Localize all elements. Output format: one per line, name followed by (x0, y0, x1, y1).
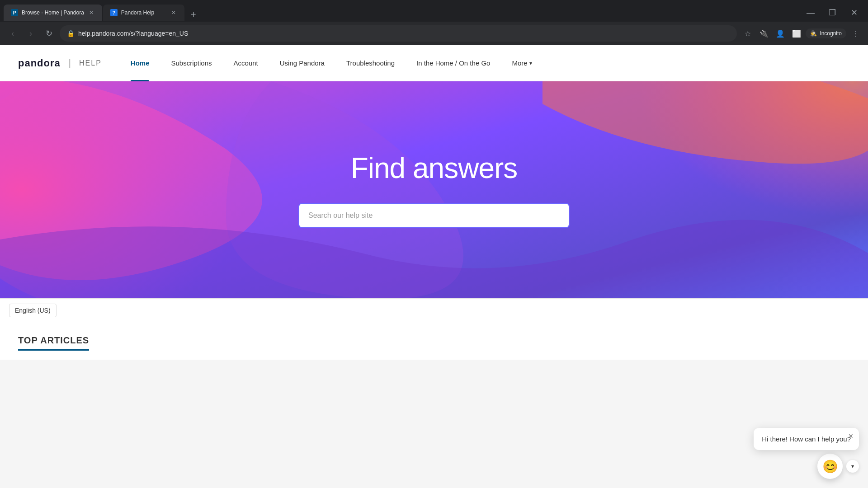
nav-item-using-pandora[interactable]: Using Pandora (269, 45, 335, 81)
logo-help-text: HELP (79, 59, 102, 67)
nav-item-account[interactable]: Account (223, 45, 269, 81)
chat-bubble-text: Hi there! How can I help you? (762, 435, 851, 443)
reload-button[interactable]: ↻ (42, 26, 56, 41)
nav-label-more: More (512, 59, 527, 67)
tab-label-help: Pandora Help (121, 9, 166, 16)
hero-title: Find answers (351, 151, 518, 185)
address-bar[interactable]: 🔒 help.pandora.com/s/?language=en_US (60, 25, 737, 42)
incognito-badge: 🕵 Incognito (806, 28, 846, 38)
chat-button-row: 😊 ▾ (817, 454, 859, 479)
incognito-label: Incognito (820, 30, 842, 37)
nav-label-troubleshooting: Troubleshooting (346, 59, 395, 67)
extensions-button[interactable]: 🔌 (757, 26, 771, 41)
site-nav: Home Subscriptions Account Using Pandora… (120, 45, 850, 81)
profile-button[interactable]: 👤 (773, 26, 788, 41)
nav-item-home[interactable]: Home (120, 45, 160, 81)
nav-item-troubleshooting[interactable]: Troubleshooting (335, 45, 406, 81)
chat-widget: ✕ Hi there! How can I help you? 😊 ▾ (754, 428, 859, 479)
site-header: pandora | HELP Home Subscriptions Accoun… (0, 45, 868, 81)
hero-content: Find answers (0, 151, 868, 228)
browser-chrome: P Browse - Home | Pandora ✕ ? Pandora He… (0, 0, 868, 45)
minimize-button[interactable]: — (800, 5, 821, 21)
browser-tab-help[interactable]: ? Pandora Help ✕ (103, 5, 184, 21)
chat-bubble: ✕ Hi there! How can I help you? (754, 428, 859, 450)
tab-favicon-pandora: P (11, 9, 18, 16)
maximize-button[interactable]: ❐ (822, 5, 843, 21)
menu-button[interactable]: ⋮ (848, 26, 863, 41)
nav-item-in-the-home[interactable]: In the Home / On the Go (406, 45, 501, 81)
browser-tab-pandora[interactable]: P Browse - Home | Pandora ✕ (4, 5, 102, 21)
chat-avatar-button[interactable]: 😊 (817, 454, 843, 479)
close-button[interactable]: ✕ (844, 5, 864, 21)
logo-pandora-text: pandora (18, 57, 61, 69)
language-selector[interactable]: English (US) (9, 304, 57, 317)
nav-label-account: Account (234, 59, 258, 67)
top-articles-title: TOP ARTICLES (18, 335, 89, 351)
chat-expand-button[interactable]: ▾ (846, 460, 859, 473)
toolbar-right: ☆ 🔌 👤 ⬜ 🕵 Incognito ⋮ (741, 26, 863, 41)
nav-label-in-the-home: In the Home / On the Go (416, 59, 490, 67)
bookmark-button[interactable]: ☆ (741, 26, 755, 41)
search-container (298, 203, 570, 228)
tab-label-pandora: Browse - Home | Pandora (22, 9, 84, 16)
chevron-down-icon: ▾ (529, 60, 532, 66)
search-input[interactable] (298, 203, 570, 228)
nav-label-using-pandora: Using Pandora (280, 59, 325, 67)
tab-close-pandora[interactable]: ✕ (88, 9, 95, 16)
nav-label-home: Home (131, 59, 150, 67)
site-logo[interactable]: pandora | HELP (18, 57, 102, 69)
footer-bar: English (US) (0, 298, 868, 322)
chevron-down-icon: ▾ (851, 463, 854, 469)
new-tab-button[interactable]: + (187, 8, 200, 21)
nav-item-subscriptions[interactable]: Subscriptions (160, 45, 222, 81)
window-controls: — ❐ ✕ (800, 5, 868, 21)
browser-toolbar: ‹ › ↻ 🔒 help.pandora.com/s/?language=en_… (0, 22, 868, 45)
hero-section: Find answers (0, 81, 868, 298)
top-articles-section: TOP ARTICLES (0, 322, 868, 360)
nav-label-subscriptions: Subscriptions (171, 59, 212, 67)
split-view-button[interactable]: ⬜ (789, 26, 804, 41)
browser-tabs: P Browse - Home | Pandora ✕ ? Pandora He… (0, 5, 800, 21)
browser-titlebar: P Browse - Home | Pandora ✕ ? Pandora He… (0, 0, 868, 22)
chat-close-button[interactable]: ✕ (846, 432, 855, 441)
address-url: help.pandora.com/s/?language=en_US (78, 30, 730, 37)
language-label: English (US) (15, 307, 51, 314)
tab-close-help[interactable]: ✕ (170, 9, 177, 16)
nav-item-more[interactable]: More ▾ (501, 45, 542, 81)
lock-icon: 🔒 (67, 30, 75, 37)
forward-button[interactable]: › (24, 26, 38, 41)
back-button[interactable]: ‹ (5, 26, 20, 41)
page-content: pandora | HELP Home Subscriptions Accoun… (0, 45, 868, 360)
chat-avatar-icon: 😊 (822, 459, 838, 474)
tab-favicon-help: ? (110, 9, 118, 16)
incognito-icon: 🕵 (810, 30, 817, 37)
logo-separator: | (69, 58, 71, 68)
